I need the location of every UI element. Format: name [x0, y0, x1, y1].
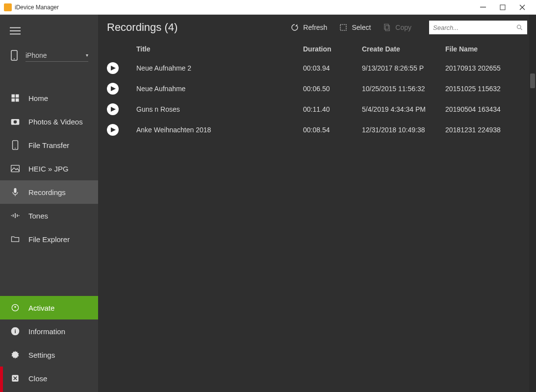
device-selector[interactable]: iPhone ▾ — [0, 45, 98, 68]
cell-title: Neue Aufnahme — [136, 85, 303, 93]
scrollbar-track[interactable] — [529, 15, 536, 392]
svg-rect-35 — [384, 24, 388, 29]
nav-file-explorer[interactable]: File Explorer — [0, 227, 98, 251]
maximize-button[interactable] — [493, 0, 512, 15]
svg-marker-33 — [295, 24, 298, 26]
nav-label: Information — [28, 327, 65, 336]
table-row[interactable]: Guns n Roses 00:11.40 5/4/2019 4:34:34 P… — [107, 99, 527, 120]
gear-icon — [10, 350, 21, 360]
svg-rect-10 — [16, 95, 19, 98]
play-button[interactable] — [107, 103, 119, 115]
copy-button: Copy — [383, 23, 411, 32]
play-button[interactable] — [107, 83, 119, 95]
phone-icon — [10, 50, 19, 63]
nav-label: File Transfer — [28, 141, 69, 149]
table-row[interactable]: Neue Aufnahme 00:06.50 10/25/2015 11:56:… — [107, 78, 527, 99]
select-button[interactable]: Select — [339, 23, 371, 32]
col-create-date[interactable]: Create Date — [362, 45, 445, 53]
folder-icon — [10, 234, 21, 244]
toolbar: Recordings (4) Refresh Select Copy — [98, 15, 536, 37]
nav-photos-videos[interactable]: Photos & Videos — [0, 110, 98, 133]
chevron-down-icon: ▾ — [86, 52, 88, 58]
home-icon — [10, 93, 21, 103]
svg-point-8 — [14, 58, 15, 59]
cell-file: 20190504 163434 — [445, 105, 527, 113]
svg-rect-1 — [500, 5, 505, 10]
search-input[interactable] — [433, 24, 516, 31]
page-title: Recordings (4) — [107, 21, 279, 34]
nav-label: Tones — [28, 212, 48, 220]
svg-rect-12 — [16, 98, 19, 102]
svg-point-16 — [15, 147, 16, 148]
nav-heic-jpg[interactable]: HEIC » JPG — [0, 157, 98, 180]
nav-label: Activate — [28, 304, 54, 312]
select-icon — [339, 23, 348, 32]
col-title[interactable]: Title — [136, 45, 303, 53]
nav-file-transfer[interactable]: File Transfer — [0, 133, 98, 157]
close-window-button[interactable] — [512, 0, 532, 15]
refresh-icon — [290, 23, 299, 32]
cell-create: 5/4/2019 4:34:34 PM — [362, 105, 445, 113]
menu-toggle[interactable] — [0, 19, 98, 45]
cell-create: 9/13/2017 8:26:55 P — [362, 64, 445, 72]
select-label: Select — [352, 24, 371, 31]
main-panel: Recordings (4) Refresh Select Copy Title… — [98, 15, 536, 392]
titlebar: iDevice Manager — [0, 0, 536, 15]
nav-label: HEIC » JPG — [28, 165, 69, 173]
play-button[interactable] — [107, 62, 119, 74]
microphone-icon — [10, 187, 21, 197]
nav-home[interactable]: Home — [0, 86, 98, 110]
scrollbar-thumb[interactable] — [530, 74, 535, 88]
refresh-button[interactable]: Refresh — [290, 23, 327, 32]
svg-text:i: i — [14, 328, 16, 334]
svg-rect-36 — [385, 25, 389, 31]
table-row[interactable]: Neue Aufnahme 2 00:03.94 9/13/2017 8:26:… — [107, 58, 527, 78]
cell-duration: 00:08.54 — [303, 126, 362, 134]
nav-label: Settings — [28, 351, 55, 359]
cell-create: 10/25/2015 11:56:32 — [362, 85, 445, 93]
cell-duration: 00:11.40 — [303, 105, 362, 113]
device-name: iPhone — [26, 51, 47, 59]
minimize-button[interactable] — [473, 0, 493, 15]
play-button[interactable] — [107, 124, 119, 136]
nav-close[interactable]: Close — [0, 367, 98, 390]
svg-rect-9 — [12, 95, 15, 98]
col-file-name[interactable]: File Name — [445, 45, 527, 53]
cell-title: Neue Aufnahme 2 — [136, 64, 303, 72]
table-header: Title Duration Create Date File Name — [98, 37, 536, 58]
copy-label: Copy — [395, 24, 411, 31]
svg-line-38 — [520, 28, 522, 30]
nav-settings[interactable]: Settings — [0, 343, 98, 367]
table-body: Neue Aufnahme 2 00:03.94 9/13/2017 8:26:… — [98, 58, 536, 140]
nav-label: File Explorer — [28, 235, 70, 244]
cell-create: 12/31/2018 10:49:38 — [362, 126, 445, 134]
nav-tones[interactable]: Tones — [0, 204, 98, 227]
image-icon — [10, 164, 21, 173]
col-duration[interactable]: Duration — [303, 45, 362, 53]
accent-bar — [0, 367, 3, 392]
info-icon: i — [10, 326, 21, 336]
svg-rect-4 — [10, 27, 21, 28]
svg-rect-11 — [12, 98, 15, 102]
tones-icon — [10, 211, 21, 220]
svg-rect-18 — [14, 188, 17, 193]
close-icon — [10, 373, 21, 383]
window-title: iDevice Manager — [15, 4, 473, 11]
table-row[interactable]: Anke Weihnachten 2018 00:08.54 12/31/201… — [107, 120, 527, 140]
nav-information[interactable]: i Information — [0, 319, 98, 343]
cell-file: 20170913 202655 — [445, 64, 527, 72]
svg-marker-42 — [111, 127, 116, 132]
svg-marker-39 — [111, 66, 116, 71]
cell-title: Guns n Roses — [136, 105, 303, 113]
search-box[interactable] — [429, 21, 527, 34]
nav-recordings[interactable]: Recordings — [0, 180, 98, 204]
nav-label: Home — [28, 94, 48, 102]
svg-rect-5 — [10, 30, 21, 31]
cell-duration: 00:03.94 — [303, 64, 362, 72]
svg-point-37 — [517, 25, 521, 29]
nav-label: Photos & Videos — [28, 118, 83, 126]
search-icon — [516, 24, 523, 31]
svg-marker-40 — [111, 86, 116, 91]
refresh-label: Refresh — [303, 24, 327, 31]
nav-activate[interactable]: Activate — [0, 296, 98, 319]
